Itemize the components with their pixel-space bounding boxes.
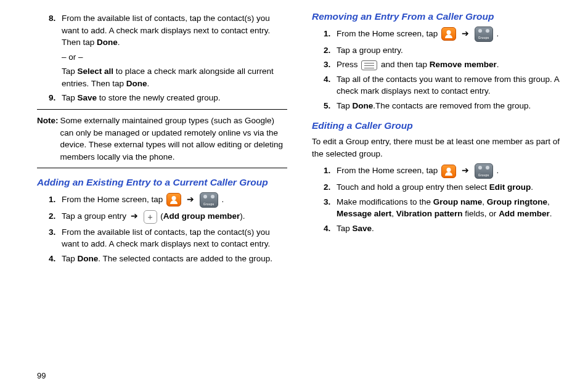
step-b2: Tap a group entry ➔ (Add group member). [58,210,287,224]
step-text: Tap [62,254,78,263]
contacts-icon [441,165,456,178]
step-text: to store the newly created group. [97,93,220,102]
step-text: . [550,209,552,218]
bold-select-all: Select all [78,67,114,76]
step-text: , [547,197,550,206]
step-text: , [482,197,487,206]
step-text: . [497,60,499,69]
step-9: Tap Save to store the newly created grou… [58,92,287,104]
groups-icon [200,192,218,208]
steps-adding: From the Home screen, tap ➔ . Tap a grou… [37,192,287,265]
arrow-icon: ➔ [187,194,194,206]
step-text: Press [337,60,360,69]
step-text: From the Home screen, tap [337,166,440,175]
bold-save: Save [353,224,372,233]
intro-text: To edit a Group entry, there must be at … [312,136,562,160]
bold-group-ringtone: Group ringtone [487,197,547,206]
step-text: . [221,195,224,204]
steps-editing: From the Home screen, tap ➔ . Touch and … [312,163,562,234]
step-text: . [118,38,120,47]
step-d1: From the Home screen, tap ➔ . [333,163,562,179]
note-box: Note: Some externally maintained group t… [37,109,287,168]
step-d4: Tap Save. [333,223,562,235]
arrow-icon: ➔ [462,28,469,40]
groups-icon [475,163,493,179]
step-d3: Make modifications to the Group name, Gr… [333,196,562,220]
step-text: . [531,182,533,192]
arrow-icon: ➔ [462,165,469,177]
step-text: Tap all of the contacts you want to remo… [337,75,559,96]
bold-group-name: Group name [433,197,483,206]
or-divider: – or – [62,51,287,63]
bold-message-alert: Message alert [337,209,391,218]
bold-add-group-member: Add group member [163,211,240,221]
right-column: Removing an Entry From a Caller Group Fr… [312,11,562,381]
heading-adding-existing-entry: Adding an Existing Entry to a Current Ca… [37,177,287,189]
step-c5: Tap Done.The contacts are removed from t… [333,100,562,112]
plus-icon [144,210,157,224]
page-number: 99 [37,370,46,382]
step-text: Tap a group entry [62,211,129,221]
groups-icon [475,27,493,42]
bold-done: Done [353,101,374,110]
arrow-icon: ➔ [131,210,138,223]
step-c3: Press and then tap Remove member. [333,59,562,71]
step-c4: Tap all of the contacts you want to remo… [333,73,562,97]
step-text: From the available list of contacts, tap… [62,227,270,249]
step-text: . [372,224,374,233]
step-text: From the available list of contacts, tap… [62,14,270,47]
step-text: , [391,209,396,218]
step-text: . [147,79,150,88]
contacts-icon [166,193,181,206]
note-body: Some externally maintained group types (… [60,115,288,163]
step-c2: Tap a group entry. [333,44,562,57]
step-d2: Touch and hold a group entry then select… [333,181,562,194]
step-text: Touch and hold a group entry then select [337,182,489,192]
bold-edit-group: Edit group [489,182,531,192]
step-text: From the Home screen, tap [337,29,440,38]
step-text: Tap [62,67,78,76]
step-text: From the Home screen, tap [62,195,165,204]
step-text: . [496,166,499,175]
step-text: Tap [62,93,78,102]
heading-removing-entry: Removing an Entry From a Caller Group [312,11,562,23]
bold-done: Done [126,79,147,88]
step-text: Tap a group entry. [337,46,403,55]
step-text: Tap [337,224,353,233]
bold-remove-member: Remove member [430,60,497,69]
step-text: ). [240,211,245,221]
step-text: Tap [337,101,353,110]
step-8: From the available list of contacts, tap… [58,12,287,89]
step-text: fields, or [463,209,499,218]
bold-vibration-pattern: Vibration pattern [396,209,463,218]
step-text: ( [158,211,163,221]
menu-icon [361,60,377,70]
bold-save: Save [78,93,97,102]
bold-add-member: Add member [499,209,550,218]
contacts-icon [441,27,456,41]
steps-continued: From the available list of contacts, tap… [37,12,287,104]
step-text: and then tap [381,60,430,69]
step-text: . The selected contacts are added to the… [98,254,272,263]
step-c1: From the Home screen, tap ➔ . [333,27,562,42]
steps-removing: From the Home screen, tap ➔ . Tap a grou… [312,27,562,112]
step-b4: Tap Done. The selected contacts are adde… [58,253,287,265]
bold-done: Done [97,38,118,47]
left-column: From the available list of contacts, tap… [37,11,287,381]
step-b1: From the Home screen, tap ➔ . [58,192,287,208]
note-label: Note: [37,115,59,163]
heading-editing-group: Editing a Caller Group [312,120,562,132]
bold-done: Done [78,254,99,263]
manual-page: From the available list of contacts, tap… [0,0,588,392]
step-text: .The contacts are removed from the group… [373,101,531,110]
step-text: Make modifications to the [337,197,433,206]
step-b3: From the available list of contacts, tap… [58,226,287,250]
step-text: . [496,29,499,38]
